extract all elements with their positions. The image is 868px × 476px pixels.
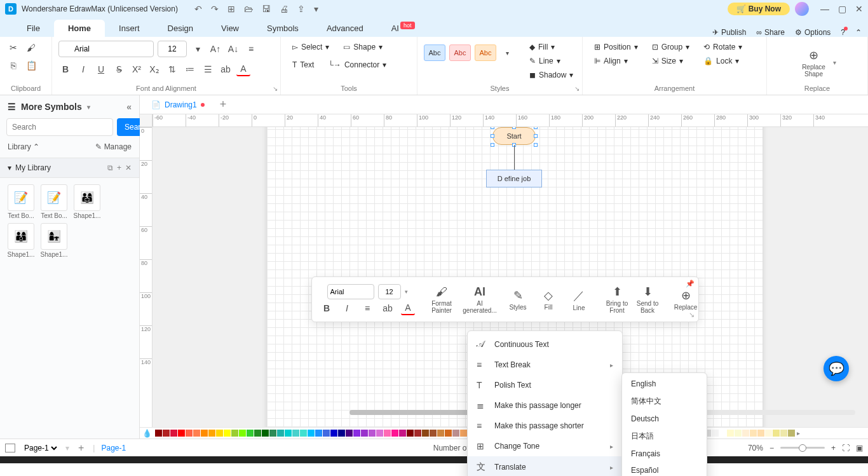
color-swatch[interactable]	[338, 430, 345, 437]
style-preset-3[interactable]: Abc	[475, 44, 496, 61]
paste-icon[interactable]: 📋	[24, 58, 38, 72]
color-swatch[interactable]	[239, 430, 246, 437]
ft-expand-icon[interactable]: ↘	[689, 311, 695, 319]
redo-icon[interactable]: ↷	[211, 4, 219, 14]
tab-design[interactable]: Design	[154, 20, 207, 37]
rotate-button[interactable]: ⟲ Rotate▾	[698, 41, 747, 53]
select-tool[interactable]: ▻ Select ▾	[287, 41, 334, 53]
buy-now-button[interactable]: 🛒 Buy Now	[728, 3, 790, 15]
color-swatch[interactable]	[155, 430, 162, 437]
language-option[interactable]: 日本語	[622, 427, 707, 445]
language-option[interactable]: Deutsch	[622, 411, 707, 427]
highlight-icon[interactable]: ab	[219, 62, 233, 76]
ft-bring-front[interactable]: ⬆Bring to Front	[603, 283, 631, 315]
position-button[interactable]: ⊞ Position▾	[589, 41, 643, 53]
color-swatch[interactable]	[193, 430, 200, 437]
color-swatch[interactable]	[773, 430, 780, 437]
library-add-icon[interactable]: +	[117, 163, 121, 172]
new-icon[interactable]: ⊞	[227, 4, 235, 14]
color-swatch[interactable]	[422, 430, 429, 437]
palette-more-icon[interactable]: ▸	[797, 430, 800, 437]
color-swatch[interactable]	[315, 430, 322, 437]
color-swatch[interactable]	[369, 430, 376, 437]
ft-font-color-icon[interactable]: A	[401, 301, 415, 315]
line-button[interactable]: ✎ Line ▾	[524, 55, 578, 67]
library-item[interactable]: 👨‍👩‍👦Shape1...	[6, 223, 36, 258]
ft-styles[interactable]: ✎Styles	[504, 287, 532, 312]
hamburger-icon[interactable]: ☰	[8, 102, 16, 112]
my-library-section[interactable]: ▾ My Library ⧉ + ✕	[0, 158, 139, 178]
color-swatch[interactable]	[735, 430, 742, 437]
italic-icon[interactable]: I	[76, 62, 90, 76]
save-icon[interactable]: 🖫	[262, 4, 271, 14]
color-swatch[interactable]	[208, 430, 215, 437]
underline-icon[interactable]: U	[94, 62, 108, 76]
eyedropper-icon[interactable]: 💧	[142, 429, 153, 438]
color-swatch[interactable]	[361, 430, 368, 437]
language-option[interactable]: English	[622, 376, 707, 392]
zoom-slider[interactable]	[780, 447, 825, 449]
font-size-input[interactable]	[158, 41, 187, 57]
color-swatch[interactable]	[300, 430, 307, 437]
fullscreen-icon[interactable]: ▣	[856, 444, 863, 452]
shadow-button[interactable]: ◼ Shadow ▾	[524, 69, 578, 81]
color-swatch[interactable]	[407, 430, 414, 437]
shape-tool[interactable]: ▭ Shape ▾	[338, 41, 388, 53]
maximize-icon[interactable]: ▢	[838, 4, 846, 14]
help-button[interactable]: ?	[841, 28, 845, 37]
color-swatch[interactable]	[712, 430, 719, 437]
color-swatch[interactable]	[262, 430, 269, 437]
styles-group-expand-icon[interactable]: ↘	[574, 85, 580, 92]
shape-start[interactable]: Start	[492, 127, 536, 145]
color-swatch[interactable]	[308, 430, 315, 437]
ctx-change-tone[interactable]: ⊞Change Tone▸	[468, 436, 622, 456]
color-swatch[interactable]	[163, 430, 170, 437]
more-symbols-dropdown-icon[interactable]: ▾	[87, 104, 90, 111]
ft-fill[interactable]: ◇Fill	[534, 287, 562, 312]
text-tool[interactable]: T Text	[287, 58, 319, 71]
color-swatch[interactable]	[719, 430, 726, 437]
color-swatch[interactable]	[727, 430, 734, 437]
color-swatch[interactable]	[254, 430, 261, 437]
color-swatch[interactable]	[216, 430, 223, 437]
page-selector[interactable]: Page-1	[22, 443, 59, 453]
page-layout-icon[interactable]	[5, 444, 15, 452]
ft-line[interactable]: ／Line	[565, 287, 593, 313]
minimize-icon[interactable]: —	[820, 4, 829, 14]
close-icon[interactable]: ✕	[855, 4, 863, 14]
color-swatch[interactable]	[247, 430, 254, 437]
tab-symbols[interactable]: Symbols	[253, 20, 313, 37]
color-swatch[interactable]	[269, 430, 276, 437]
color-swatch[interactable]	[224, 430, 231, 437]
bullet-list-icon[interactable]: ≔	[183, 62, 197, 76]
library-close-icon[interactable]: ✕	[125, 163, 132, 172]
library-item[interactable]: 📝Text Bo...	[6, 184, 36, 219]
ft-replace[interactable]: ⊕Replace	[672, 287, 700, 312]
add-document-icon[interactable]: +	[216, 98, 231, 111]
ft-send-back[interactable]: ⬇Send to Back	[634, 283, 661, 315]
color-swatch[interactable]	[430, 430, 437, 437]
ft-italic-icon[interactable]: I	[340, 301, 354, 315]
tab-file[interactable]: File	[13, 20, 54, 37]
strikethrough-icon[interactable]: S̶	[112, 62, 126, 76]
color-swatch[interactable]	[384, 430, 391, 437]
color-swatch[interactable]	[277, 430, 284, 437]
share-button[interactable]: ∞ Share	[756, 28, 785, 37]
replace-shape-button[interactable]: ⊕ Replace Shape	[798, 47, 829, 79]
font-name-input[interactable]	[58, 41, 154, 57]
language-option[interactable]: Français	[622, 445, 707, 462]
zoom-level[interactable]: 70%	[748, 444, 763, 452]
color-swatch[interactable]	[742, 430, 749, 437]
color-swatch[interactable]	[346, 430, 353, 437]
tab-view[interactable]: View	[207, 20, 253, 37]
color-swatch[interactable]	[285, 430, 292, 437]
color-swatch[interactable]	[353, 430, 360, 437]
superscript-icon[interactable]: X²	[130, 62, 144, 76]
ft-ai-generated[interactable]: AIAI generated...	[466, 284, 494, 315]
tab-home[interactable]: Home	[54, 20, 105, 37]
zoom-in-icon[interactable]: +	[831, 444, 836, 452]
color-swatch[interactable]	[330, 430, 337, 437]
ft-size-input[interactable]	[378, 284, 401, 299]
avatar[interactable]	[795, 2, 809, 16]
ft-size-dropdown-icon[interactable]: ▾	[405, 289, 408, 295]
